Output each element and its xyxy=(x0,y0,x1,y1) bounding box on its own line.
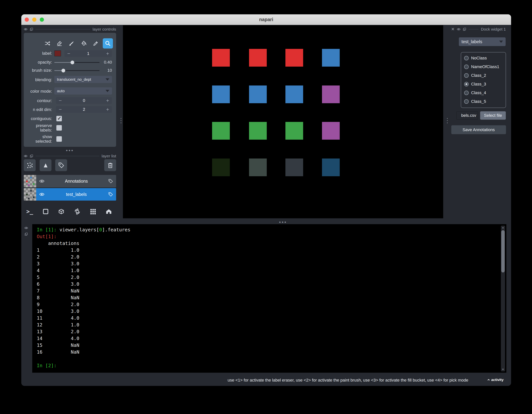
float-panel-icon[interactable] xyxy=(30,28,33,31)
header-divider[interactable] xyxy=(35,156,99,156)
dock-widget-title: Dock widget 1 xyxy=(481,27,506,31)
contour-decrement-button[interactable]: − xyxy=(56,98,65,104)
panel-resize-handle[interactable]: ••• xyxy=(24,148,116,153)
layer-row-test-labels[interactable]: test_labels xyxy=(24,188,116,201)
contour-increment-button[interactable]: + xyxy=(103,98,112,104)
annotation-layer-dropdown[interactable]: test_labels xyxy=(459,37,506,46)
right-splitter-handle[interactable]: ⋮ xyxy=(444,117,451,124)
shuffle-transform-icon xyxy=(45,40,50,46)
titlebar[interactable]: napari xyxy=(21,14,511,25)
minimize-window-button[interactable] xyxy=(32,18,36,22)
scroll-down-icon[interactable]: ▼ xyxy=(501,368,505,371)
console-toggle-button[interactable]: >_ xyxy=(24,206,36,217)
show-selected-checkbox[interactable] xyxy=(56,136,62,142)
trash-icon xyxy=(107,162,114,168)
paint-tool-button[interactable] xyxy=(66,38,77,49)
viewer-canvas[interactable] xyxy=(123,25,443,218)
preserve-labels-checkbox[interactable] xyxy=(56,125,62,131)
header-divider[interactable] xyxy=(468,29,479,30)
float-console-icon[interactable] xyxy=(24,232,28,236)
slider-handle[interactable] xyxy=(61,69,65,72)
radio-checked-icon xyxy=(464,82,469,86)
label-color-swatch[interactable] xyxy=(54,50,61,56)
shapes-icon xyxy=(42,162,49,168)
header-divider[interactable] xyxy=(35,29,90,30)
contiguous-checkbox[interactable] xyxy=(56,116,62,121)
pick-tool-button[interactable] xyxy=(91,38,101,49)
class-option-class-4[interactable]: Class_4 xyxy=(461,89,506,97)
zoom-window-button[interactable] xyxy=(40,18,44,22)
zoom-tool-button[interactable] xyxy=(103,38,113,49)
points-icon xyxy=(26,162,33,169)
n-edit-dim-value[interactable]: 2 xyxy=(65,107,103,112)
n-edit-dim-spinbox: − 2 + xyxy=(56,106,112,113)
class-option-class-5[interactable]: Class_5 xyxy=(461,97,506,106)
chevron-down-icon xyxy=(105,90,109,92)
opacity-label: opacity: xyxy=(24,60,52,65)
label-decrement-button[interactable]: − xyxy=(65,51,73,57)
close-window-button[interactable] xyxy=(25,18,29,22)
console-scrollbar[interactable]: ▲ ▼ xyxy=(501,226,505,371)
csv-file-input[interactable]: bels.csv xyxy=(456,111,478,120)
ndisplay-toggle-button[interactable] xyxy=(40,206,51,217)
hide-panel-eye-icon[interactable] xyxy=(24,27,28,31)
layer-name[interactable]: Annotations xyxy=(45,179,108,184)
toggle-3d-button[interactable] xyxy=(55,206,67,217)
label-value[interactable]: 1 xyxy=(73,51,103,56)
new-labels-layer-button[interactable] xyxy=(55,159,67,171)
napari-window: napari layer controls xyxy=(21,14,511,386)
chevron-up-icon xyxy=(487,378,491,382)
hide-console-eye-icon[interactable] xyxy=(24,226,28,230)
layer-controls-title: layer controls xyxy=(93,27,116,31)
console-line: Out[1]: xyxy=(37,233,499,240)
canvas-label-square xyxy=(322,86,340,103)
left-splitter-handle[interactable]: ⋮ xyxy=(118,117,124,124)
console-input-prompt[interactable]: In [2]: xyxy=(37,362,499,369)
canvas-label-square xyxy=(285,122,303,140)
delete-layer-button[interactable] xyxy=(104,159,116,171)
home-button[interactable] xyxy=(103,206,115,217)
ipython-console[interactable]: In [1]: viewer.layers[0].features Out[1]… xyxy=(32,224,506,373)
scroll-up-icon[interactable]: ▲ xyxy=(501,226,505,229)
chevron-down-icon xyxy=(105,78,109,80)
class-option-nameofclass1[interactable]: NameOfClass1 xyxy=(461,62,506,71)
layer-visibility-eye-icon[interactable] xyxy=(39,178,45,184)
close-dock-icon[interactable]: ✕ xyxy=(451,27,455,31)
console-gutter xyxy=(24,226,28,236)
color-mode-dropdown[interactable]: auto xyxy=(54,87,112,95)
fill-tool-button[interactable] xyxy=(79,38,89,49)
fill-bucket-icon xyxy=(81,40,87,46)
n-edit-dim-decrement-button[interactable]: − xyxy=(56,107,65,112)
console-table-row: 103.0 xyxy=(37,308,499,315)
radio-icon xyxy=(464,73,469,78)
roll-dimensions-button[interactable] xyxy=(71,206,83,217)
contour-value[interactable]: 0 xyxy=(65,98,103,103)
console-table-row: 92.0 xyxy=(37,301,499,308)
label-increment-button[interactable]: + xyxy=(103,51,112,57)
new-points-layer-button[interactable] xyxy=(24,159,36,171)
float-panel-icon[interactable] xyxy=(463,28,466,31)
hide-panel-eye-icon[interactable] xyxy=(24,154,28,158)
new-shapes-layer-button[interactable] xyxy=(40,159,51,171)
radio-icon xyxy=(464,65,469,69)
class-option-noclass[interactable]: NoClass xyxy=(461,54,506,62)
save-annotations-button[interactable]: Save Annotations xyxy=(451,125,506,134)
blending-dropdown[interactable]: translucent_no_dept xyxy=(54,76,112,83)
n-edit-dim-increment-button[interactable]: + xyxy=(103,107,112,112)
class-option-class-2[interactable]: Class_2 xyxy=(461,71,506,80)
transform-tool-button[interactable] xyxy=(42,38,53,49)
float-panel-icon[interactable] xyxy=(30,154,33,158)
blending-label: blending: xyxy=(24,78,52,82)
scrollbar-thumb[interactable] xyxy=(501,230,505,273)
slider-handle[interactable] xyxy=(70,60,74,64)
class-option-class-3[interactable]: Class_3 xyxy=(461,80,506,89)
select-file-button[interactable]: Select file xyxy=(480,111,506,120)
erase-tool-button[interactable] xyxy=(54,38,65,49)
activity-button[interactable]: activity xyxy=(487,378,504,382)
grid-view-button[interactable] xyxy=(87,206,99,217)
hide-panel-eye-icon[interactable] xyxy=(457,27,461,31)
layer-row-annotations[interactable]: Annotations xyxy=(24,175,116,187)
slider-fill xyxy=(54,62,72,63)
layer-name[interactable]: test_labels xyxy=(45,192,108,197)
layer-visibility-eye-icon[interactable] xyxy=(39,192,45,197)
